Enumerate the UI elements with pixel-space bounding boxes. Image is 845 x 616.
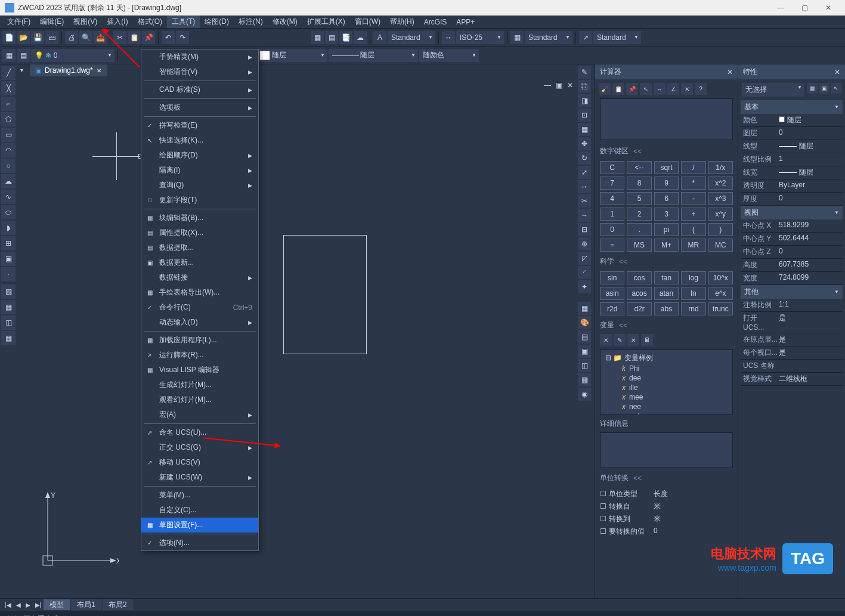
calc-key[interactable]: 7 [600,177,624,190]
prop-row[interactable]: 视觉样式二维线框 [741,373,843,386]
menu-item[interactable]: ▦Visual LISP 编辑器 [141,363,258,377]
document-tab[interactable]: ▣ Drawing1.dwg* ✕ [30,64,107,76]
menu-item[interactable]: ▦块编辑器(B)... [141,211,258,225]
calc-help-icon[interactable]: ? [695,83,707,95]
copy-obj-icon[interactable]: ⿻ [578,80,591,93]
menu-item[interactable]: □更新字段(T) [141,193,258,208]
menu-item[interactable]: ▣数据更新... [141,255,258,270]
unit-row[interactable]: ☐要转换的值0 [600,525,733,538]
variable-item[interactable]: xille [603,383,730,392]
model-canvas[interactable]: — ▣ ✕ 手势精灵(M)▶智能语音(V)▶CAD 标准(S)▶选项板▶✓拼写检… [18,80,577,598]
xline-icon[interactable]: ╳ [1,81,16,95]
join-icon[interactable]: ⊕ [578,237,591,250]
unit-row[interactable]: ☐转换自米 [600,500,733,513]
prop-row[interactable]: 宽度724.8099 [741,272,843,285]
prop-row[interactable]: 颜色随层 [741,114,843,127]
menu-item[interactable]: ▤数据提取... [141,240,258,255]
calc-key[interactable]: ( [681,223,705,236]
menu-item[interactable]: 数据链接▶ [141,270,258,285]
scientific-header[interactable]: 科学 [595,254,738,269]
prop-group-header[interactable]: 基本 [741,100,843,114]
calc-key[interactable]: + [681,208,705,221]
menu-item[interactable]: ▦手绘表格导出(W)... [141,285,258,300]
sci-key[interactable]: cos [627,271,651,284]
var-edit-icon[interactable]: ✎ [614,334,626,346]
revcloud-icon[interactable]: ☁ [1,174,16,188]
fillet-icon[interactable]: ◜ [578,266,591,279]
text-style-dropdown[interactable]: Standard [388,31,435,44]
table-style-dropdown[interactable]: Standard [525,31,572,44]
linetype-dropdown[interactable]: ———— 随层 [329,49,418,62]
tab-last-icon[interactable]: ▶| [33,600,44,609]
calc-key[interactable]: 3 [654,208,679,221]
sci-key[interactable]: tan [654,271,679,284]
ellipsearc-icon[interactable]: ◗ [1,221,16,235]
calc-key[interactable]: - [681,192,705,205]
menu-2[interactable]: 视图(V) [69,16,102,28]
calc-key[interactable]: 0 [600,223,624,236]
prop-row[interactable]: 中心点 X518.9299 [741,219,843,233]
erase-icon[interactable]: ✎ [578,66,591,79]
calc-key[interactable]: ) [708,223,733,236]
calc-paste-icon[interactable]: 📌 [626,83,638,95]
sci-key[interactable]: ln [681,287,705,300]
sci-key[interactable]: acos [627,287,651,300]
menu-item[interactable]: ⬀命名 UCS(U)... [141,425,258,440]
calc-key[interactable]: MS [627,239,651,252]
dim-style-icon[interactable]: ↔ [442,31,455,44]
prop-row[interactable]: 透明度ByLayer [741,179,843,193]
menu-item[interactable]: ✓选项(N)... [141,535,258,550]
point-icon[interactable]: · [1,267,16,281]
menu-item[interactable]: 新建 UCS(W)▶ [141,470,258,485]
block-icon[interactable]: ▣ [1,252,16,266]
trim-icon[interactable]: ✂ [578,194,591,208]
sheet-icon[interactable]: 📑 [339,31,352,44]
prop-row[interactable]: 厚度0 [741,193,843,206]
redo-icon[interactable]: ↷ [176,31,189,44]
menu-item[interactable]: 自定义(C)... [141,503,258,518]
misc4-icon[interactable]: ◉ [578,388,591,401]
calc-key[interactable]: 1 [600,208,624,221]
selectobj-icon[interactable]: ↖ [831,83,841,94]
rect-icon[interactable]: ▭ [1,128,16,142]
selection-dropdown[interactable]: 无选择 [742,83,804,97]
quickselect-icon[interactable]: ▦ [807,83,818,94]
variables-tree[interactable]: ⊟ 📁 变量样例 kPhixdeexillexmeexneexrad [600,349,733,415]
calc-clear-icon[interactable]: 🧹 [599,83,611,95]
menu-item[interactable]: ↗移动 UCS(V) [141,455,258,470]
calc-key[interactable]: pi [654,223,679,236]
color-tool-icon[interactable]: 🎨 [578,316,591,329]
gradient-icon[interactable]: ▦ [1,300,16,314]
layout-tab[interactable]: 模型 [44,599,70,610]
close-tab-icon[interactable]: ✕ [97,67,101,74]
calc-key[interactable]: 9 [654,177,679,190]
table-icon[interactable]: ▤ [325,31,338,44]
prop-row[interactable]: 线宽随层 [741,166,843,179]
calc-key[interactable]: x^3 [708,192,733,205]
sci-key[interactable]: atan [654,287,679,300]
menu-item[interactable]: ↖快速选择(K)... [141,133,258,148]
menu-item[interactable]: 手势精灵(M)▶ [141,49,258,64]
menu-10[interactable]: 窗口(W) [350,16,385,28]
pline-icon[interactable]: ⌐ [1,97,16,111]
calc-key[interactable]: x^y [708,208,733,221]
calc-dist-icon[interactable]: ↔ [654,83,666,95]
misc2-icon[interactable]: ◫ [578,359,591,372]
extend-icon[interactable]: → [578,209,591,222]
menu-item[interactable]: ✓命令行(C)Ctrl+9 [141,300,258,315]
tab-first-icon[interactable]: |◀ [2,600,14,609]
calc-key[interactable]: 6 [654,192,679,205]
window-close[interactable]: ✕ [816,0,840,16]
menu-item[interactable]: 动态输入(D)▶ [141,315,258,330]
misc3-icon[interactable]: ▦ [578,373,591,386]
spline-icon[interactable]: ∿ [1,190,16,204]
sci-key[interactable]: trunc [708,302,733,315]
arc-icon[interactable]: ◠ [1,143,16,157]
layout-tab[interactable]: 布局2 [103,599,133,610]
sci-key[interactable]: log [681,271,705,284]
sci-key[interactable]: 10^x [708,271,733,284]
var-new-icon[interactable]: ✕ [600,334,612,346]
print-icon[interactable]: 🖨 [65,31,78,44]
calc-key[interactable]: 1/x [708,161,733,174]
line-icon[interactable]: ╱ [1,66,16,80]
